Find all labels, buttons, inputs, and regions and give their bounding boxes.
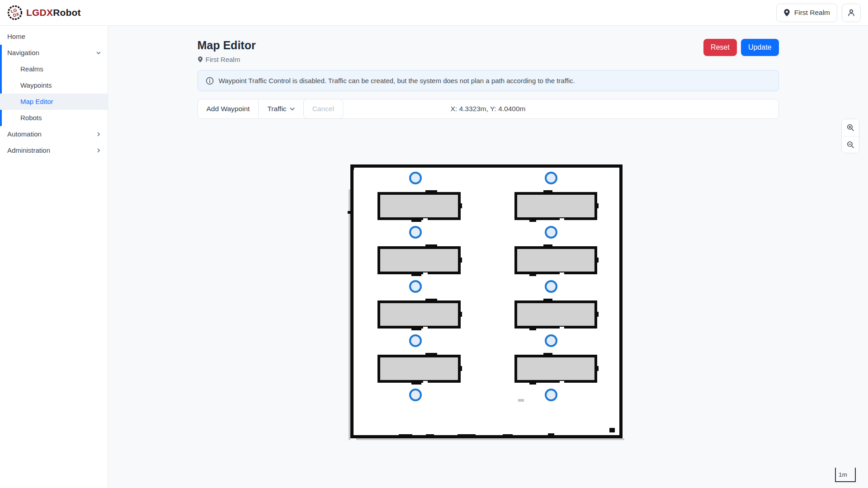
sidebar: HomeNavigationRealmsWaypointsMap EditorR… (0, 26, 108, 488)
shelf-obstacle (377, 355, 461, 383)
waypoint-marker[interactable] (409, 280, 422, 293)
zoom-out-button[interactable] (842, 136, 859, 153)
shelf-obstacle (514, 300, 597, 328)
chevron-right-icon (96, 131, 101, 137)
shelf-obstacle (377, 246, 461, 274)
sidebar-item-label: Robots (20, 114, 42, 122)
map-scale-indicator: 1m (835, 468, 856, 482)
waypoint-marker[interactable] (545, 389, 557, 401)
sidebar-item-waypoints[interactable]: Waypoints (0, 77, 108, 94)
map-noise (503, 434, 513, 437)
map-noise (351, 168, 354, 170)
zoom-in-button[interactable] (842, 119, 859, 136)
waypoint-marker[interactable] (545, 226, 557, 239)
map-noise (518, 399, 524, 402)
brand-text: LGDXRobot (26, 7, 81, 18)
map-noise (609, 428, 615, 432)
top-navbar: LG DX LGDXRobot First Realm (0, 0, 868, 26)
map-noise (348, 211, 351, 214)
sidebar-item-home[interactable]: Home (0, 28, 108, 45)
sidebar-item-map-editor[interactable]: Map Editor (0, 94, 108, 110)
sidebar-item-label: Home (7, 33, 25, 40)
waypoint-marker[interactable] (545, 280, 557, 293)
waypoint-marker[interactable] (409, 226, 422, 239)
sidebar-item-administration[interactable]: Administration (0, 142, 108, 159)
brand[interactable]: LG DX LGDXRobot (7, 5, 81, 20)
waypoint-marker[interactable] (409, 389, 422, 401)
map-canvas[interactable] (350, 164, 623, 438)
scale-label: 1m (839, 471, 847, 478)
sidebar-item-label: Navigation (7, 49, 39, 56)
sidebar-item-label: Map Editor (20, 98, 53, 105)
map-noise (351, 172, 353, 174)
map-noise (458, 434, 476, 437)
map-noise (426, 434, 434, 437)
waypoint-marker[interactable] (409, 172, 422, 184)
lgdx-logo-icon: LG DX (7, 5, 23, 20)
map-canvas-area[interactable]: 1m (108, 26, 868, 488)
user-menu-button[interactable] (842, 4, 861, 22)
map-noise (399, 434, 412, 437)
chevron-down-icon (96, 50, 101, 56)
sidebar-item-robots[interactable]: Robots (0, 110, 108, 126)
chevron-right-icon (96, 148, 101, 153)
sidebar-item-label: Administration (7, 146, 50, 154)
sidebar-item-label: Automation (7, 130, 42, 138)
realm-selector-button[interactable]: First Realm (776, 4, 837, 22)
map-noise (548, 433, 554, 437)
person-icon (847, 8, 856, 17)
sidebar-item-label: Waypoints (20, 81, 52, 89)
sidebar-item-label: Realms (20, 65, 43, 73)
main-content: Map Editor First Realm Reset Update Wayp… (108, 26, 868, 488)
shelf-obstacle (377, 300, 461, 328)
realm-selector-label: First Realm (794, 9, 830, 17)
shelf-obstacle (514, 192, 597, 220)
waypoint-marker[interactable] (409, 334, 422, 347)
waypoint-marker[interactable] (545, 172, 557, 184)
zoom-controls (841, 119, 859, 153)
sidebar-item-navigation[interactable]: Navigation (0, 45, 108, 61)
sidebar-item-realms[interactable]: Realms (0, 61, 108, 77)
sidebar-item-automation[interactable]: Automation (0, 126, 108, 142)
waypoint-marker[interactable] (545, 334, 557, 347)
shelf-obstacle (514, 355, 597, 383)
location-pin-icon (783, 9, 790, 17)
shelf-obstacle (377, 192, 461, 220)
shelf-obstacle (514, 246, 597, 274)
